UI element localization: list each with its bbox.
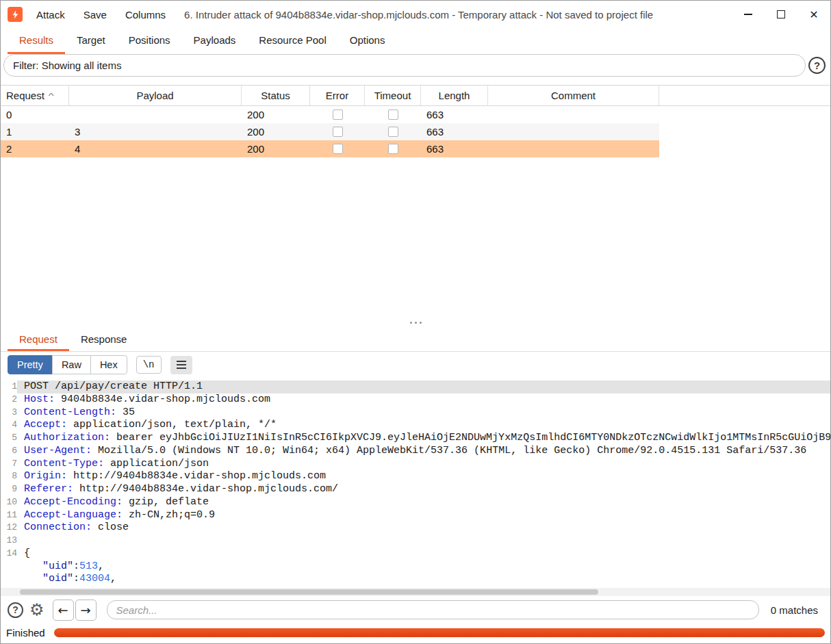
line-content: Referer: http://9404b8834e.vidar-shop.mj…	[17, 483, 830, 496]
results-rows: 02006631320066324200663	[1, 106, 659, 157]
table-row[interactable]: 0200663	[1, 106, 659, 123]
show-newlines-button[interactable]: \n	[136, 356, 162, 374]
error-checkbox[interactable]	[333, 110, 343, 120]
window-title: 6. Intruder attack of 9404b8834e.vidar-s…	[184, 9, 732, 21]
table-row[interactable]: 13200663	[1, 123, 659, 140]
editor-line: 5Authorization: bearer eyJhbGciOiJIUzI1N…	[1, 432, 830, 445]
close-icon: ✕	[809, 8, 818, 21]
editor-line: "oid":43004,	[1, 573, 830, 586]
tab-response[interactable]: Response	[69, 329, 139, 351]
menu-save[interactable]: Save	[84, 9, 107, 21]
line-content: Authorization: bearer eyJhbGciOiJIUzI1Ni…	[17, 432, 830, 445]
line-content: Origin: http://9404b8834e.vidar-shop.mjc…	[17, 470, 830, 483]
line-content: Connection: close	[17, 521, 830, 534]
column-label: Comment	[551, 90, 596, 101]
line-number: 12	[1, 521, 17, 534]
editor-line: "uid":513,	[1, 561, 830, 574]
cell-error	[310, 123, 365, 140]
editor-line: 7Content-Type: application/json	[1, 458, 830, 471]
column-header-timeout[interactable]: Timeout	[365, 86, 421, 105]
view-hex-button[interactable]: Hex	[90, 355, 127, 374]
menu-columns[interactable]: Columns	[125, 9, 166, 21]
scrollbar-thumb[interactable]	[20, 589, 598, 595]
tab-target[interactable]: Target	[65, 28, 117, 54]
column-header-comment[interactable]: Comment	[488, 86, 659, 105]
line-number: 7	[1, 458, 17, 471]
status-bar: Finished	[1, 622, 830, 643]
tab-payloads[interactable]: Payloads	[182, 28, 248, 54]
cell-timeout	[365, 106, 421, 123]
cell-comment	[488, 140, 659, 157]
horizontal-scrollbar[interactable]	[1, 588, 830, 596]
timeout-checkbox[interactable]	[388, 144, 398, 154]
column-label: Request	[6, 90, 44, 101]
timeout-checkbox[interactable]	[388, 127, 398, 137]
editor-line: 8Origin: http://9404b8834e.vidar-shop.mj…	[1, 470, 830, 483]
maximize-button[interactable]	[765, 1, 797, 28]
column-header-error[interactable]: Error	[310, 86, 365, 105]
tab-request[interactable]: Request	[8, 329, 69, 351]
line-number: 6	[1, 445, 17, 458]
request-editor[interactable]: 1POST /api/pay/create HTTP/1.12Host: 940…	[1, 378, 830, 588]
editor-line: 12Connection: close	[1, 521, 830, 534]
intruder-attack-window: AttackSaveColumns 6. Intruder attack of …	[0, 0, 831, 644]
column-label: Timeout	[374, 90, 411, 101]
help-icon[interactable]: ?	[808, 57, 826, 74]
line-content: Content-Type: application/json	[17, 458, 830, 471]
gear-icon[interactable]: ⚙	[29, 602, 44, 618]
editor-line: 11Accept-Language: zh-CN,zh;q=0.9	[1, 509, 830, 522]
editor-line: 1POST /api/pay/create HTTP/1.1	[1, 381, 830, 394]
table-row[interactable]: 24200663	[1, 140, 659, 157]
column-header-payload[interactable]: Payload	[69, 86, 242, 105]
tab-options[interactable]: Options	[338, 28, 397, 54]
tab-resource-pool[interactable]: Resource Pool	[247, 28, 337, 54]
tab-results[interactable]: Results	[8, 28, 65, 54]
splitter-handle[interactable]	[1, 317, 830, 328]
column-header-status[interactable]: Status	[242, 86, 310, 105]
search-input[interactable]	[107, 600, 759, 619]
error-checkbox[interactable]	[333, 144, 343, 154]
editor-line: 10Accept-Encoding: gzip, deflate	[1, 496, 830, 509]
splitter-dot-icon	[420, 322, 422, 324]
cell-request: 2	[1, 140, 69, 157]
line-number: 2	[1, 394, 17, 407]
editor-help-icon[interactable]: ?	[8, 602, 23, 618]
timeout-checkbox[interactable]	[388, 110, 398, 120]
hamburger-icon	[177, 364, 186, 365]
column-header-length[interactable]: Length	[421, 86, 488, 105]
view-bar: PrettyRawHex \n	[1, 352, 830, 378]
hamburger-icon	[177, 361, 186, 362]
line-number: 3	[1, 407, 17, 420]
line-content: POST /api/pay/create HTTP/1.1	[17, 381, 830, 394]
burp-logo-icon	[8, 7, 23, 22]
splitter-dot-icon	[415, 322, 417, 324]
line-content: "oid":43004,	[17, 573, 830, 586]
line-number: 9	[1, 483, 17, 496]
tab-positions[interactable]: Positions	[117, 28, 182, 54]
editor-menu-button[interactable]	[170, 356, 192, 374]
main-tabs: ResultsTargetPositionsPayloadsResource P…	[1, 28, 830, 54]
view-raw-button[interactable]: Raw	[52, 355, 91, 374]
view-pretty-button[interactable]: Pretty	[8, 355, 53, 374]
line-number	[1, 561, 17, 574]
line-number: 14	[1, 548, 17, 561]
line-content: Accept-Encoding: gzip, deflate	[17, 496, 830, 509]
minimize-button[interactable]	[732, 1, 765, 28]
line-content: Accept-Language: zh-CN,zh;q=0.9	[17, 509, 830, 522]
filter-bar[interactable]: Filter: Showing all items	[3, 54, 806, 77]
line-content: User-Agent: Mozilla/5.0 (Windows NT 10.0…	[17, 445, 830, 458]
search-nav: ← →	[53, 600, 97, 621]
editor-line: 3Content-Length: 35	[1, 407, 830, 420]
menu-attack[interactable]: Attack	[36, 9, 65, 21]
column-header-request[interactable]: Request^	[1, 86, 69, 105]
next-match-button[interactable]: →	[75, 600, 97, 621]
error-checkbox[interactable]	[333, 127, 343, 137]
line-number: 11	[1, 509, 17, 522]
close-button[interactable]: ✕	[797, 1, 830, 28]
previous-match-button[interactable]: ←	[53, 600, 74, 621]
column-label: Error	[326, 90, 348, 101]
titlebar: AttackSaveColumns 6. Intruder attack of …	[1, 1, 830, 28]
cell-length: 663	[421, 140, 488, 157]
cell-length: 663	[421, 106, 488, 123]
cell-payload	[69, 106, 242, 123]
